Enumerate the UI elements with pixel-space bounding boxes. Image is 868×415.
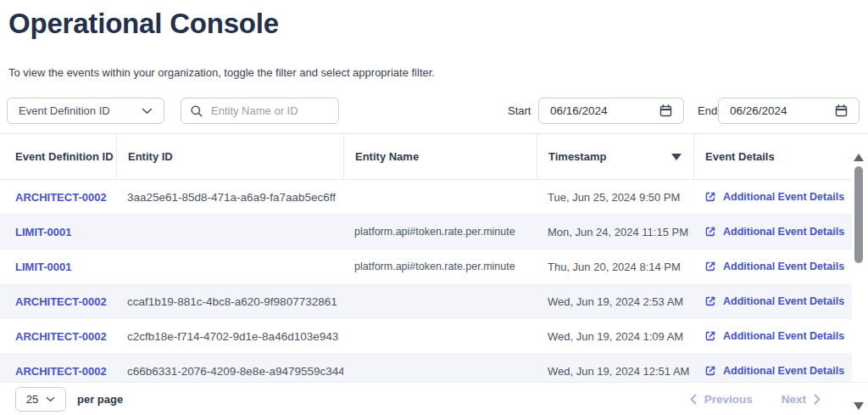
vertical-scrollbar[interactable] — [852, 151, 865, 412]
start-date-field[interactable] — [538, 98, 684, 124]
event-definition-id-link[interactable]: ARCHITECT-0002 — [0, 295, 116, 308]
entity-name-cell: platform.api#token.rate.per.minute — [343, 261, 537, 272]
external-link-icon — [704, 226, 716, 238]
next-page-label: Next — [782, 393, 806, 406]
external-link-icon — [704, 295, 716, 307]
event-definition-id-link[interactable]: ARCHITECT-0002 — [0, 365, 116, 378]
column-header-entity-name: Entity Name — [343, 134, 537, 179]
chevron-down-icon — [46, 396, 55, 402]
table-row: ARCHITECT-0002 3aa25e61-85d8-471a-a6a9-f… — [0, 180, 852, 215]
additional-event-details-link[interactable]: Additional Event Details — [693, 261, 852, 272]
start-date-input[interactable] — [550, 104, 626, 117]
entity-id-cell: c66b6331-2076-4209-8e8e-a9479559c344 — [116, 365, 343, 378]
timestamp-cell: Wed, Jun 19, 2024 2:53 AM — [537, 295, 693, 308]
search-icon — [190, 104, 203, 118]
scroll-up-icon[interactable] — [854, 154, 864, 161]
next-page-button[interactable]: Next — [782, 393, 821, 406]
end-date-input[interactable] — [730, 104, 806, 117]
entity-search-box — [181, 98, 339, 124]
entity-id-cell: 3aa25e61-85d8-471a-a6a9-fa7aab5ec6ff — [116, 191, 343, 204]
timestamp-cell: Wed, Jun 19, 2024 12:51 AM — [537, 365, 693, 378]
additional-event-details-link[interactable]: Additional Event Details — [693, 191, 852, 203]
event-definition-id-link[interactable]: ARCHITECT-0002 — [0, 330, 116, 343]
event-definition-id-link[interactable]: LIMIT-0001 — [0, 226, 116, 238]
column-header-timestamp[interactable]: Timestamp — [537, 134, 693, 179]
table-row: ARCHITECT-0002 c2cfb18e-f714-4702-9d1e-8… — [0, 319, 852, 354]
additional-event-details-link[interactable]: Additional Event Details — [693, 330, 852, 342]
external-link-icon — [704, 191, 716, 203]
column-header-entity-id: Entity ID — [116, 134, 343, 179]
page-title: Operational Console — [8, 8, 279, 40]
table-body: ARCHITECT-0002 3aa25e61-85d8-471a-a6a9-f… — [0, 180, 852, 383]
external-link-icon — [704, 365, 716, 377]
timestamp-cell: Tue, Jun 25, 2024 9:50 PM — [537, 191, 693, 204]
external-link-icon — [704, 261, 716, 272]
additional-event-details-label: Additional Event Details — [723, 295, 844, 307]
table-footer: 25 per page Previous Next — [0, 382, 868, 415]
additional-event-details-label: Additional Event Details — [723, 191, 844, 203]
event-definition-filter-value: Event Definition ID — [19, 104, 110, 117]
column-header-timestamp-label: Timestamp — [548, 150, 606, 163]
filter-bar: Event Definition ID Start End — [0, 98, 868, 124]
entity-name-cell: platform.api#token.rate.per.minute — [343, 226, 537, 238]
event-definition-filter-dropdown[interactable]: Event Definition ID — [7, 98, 164, 124]
page-size-value: 25 — [26, 393, 38, 406]
entity-search-input[interactable] — [211, 104, 321, 117]
chevron-down-icon — [142, 108, 153, 115]
column-header-event-details: Event Details — [693, 134, 852, 179]
timestamp-cell: Wed, Jun 19, 2024 1:09 AM — [537, 330, 693, 343]
start-date-label: Start — [508, 104, 531, 117]
scroll-down-icon[interactable] — [854, 402, 864, 410]
per-page-label: per page — [77, 393, 123, 406]
page-description: To view the events within your organizat… — [8, 66, 435, 79]
additional-event-details-label: Additional Event Details — [723, 261, 844, 272]
previous-page-label: Previous — [704, 393, 753, 406]
event-definition-id-link[interactable]: LIMIT-0001 — [0, 261, 116, 273]
additional-event-details-label: Additional Event Details — [723, 330, 844, 342]
sort-descending-icon[interactable] — [671, 154, 682, 160]
events-table: Event Definition ID Entity ID Entity Nam… — [0, 133, 868, 383]
previous-page-button[interactable]: Previous — [690, 393, 753, 406]
additional-event-details-link[interactable]: Additional Event Details — [693, 295, 852, 307]
end-date-label: End — [698, 104, 717, 117]
event-definition-id-link[interactable]: ARCHITECT-0002 — [0, 191, 116, 204]
calendar-icon[interactable] — [834, 104, 849, 118]
additional-event-details-link[interactable]: Additional Event Details — [693, 226, 852, 238]
chevron-left-icon — [690, 394, 697, 405]
chevron-right-icon — [814, 394, 821, 405]
additional-event-details-label: Additional Event Details — [723, 365, 844, 377]
scrollbar-thumb[interactable] — [854, 166, 863, 263]
timestamp-cell: Mon, Jun 24, 2024 11:15 PM — [537, 226, 693, 238]
additional-event-details-label: Additional Event Details — [723, 226, 844, 238]
table-row: LIMIT-0001 platform.api#token.rate.per.m… — [0, 215, 852, 250]
table-row: ARCHITECT-0002 ccaf1b19-881c-4bc8-a620-9… — [0, 284, 852, 319]
table-row: LIMIT-0001 platform.api#token.rate.per.m… — [0, 250, 852, 284]
entity-id-cell: c2cfb18e-f714-4702-9d1e-8a46d103e943 — [116, 330, 343, 343]
page-size-select[interactable]: 25 — [15, 387, 66, 412]
external-link-icon — [704, 330, 716, 342]
additional-event-details-link[interactable]: Additional Event Details — [693, 365, 852, 377]
calendar-icon[interactable] — [659, 104, 673, 118]
table-header-row: Event Definition ID Entity ID Entity Nam… — [0, 134, 852, 180]
entity-id-cell: ccaf1b19-881c-4bc8-a620-9f9807732861 — [116, 295, 343, 308]
pagination-controls: Previous Next — [690, 393, 821, 406]
column-header-event-definition-id: Event Definition ID — [0, 134, 116, 179]
table-row: ARCHITECT-0002 c66b6331-2076-4209-8e8e-a… — [0, 354, 852, 383]
end-date-field[interactable] — [718, 98, 860, 124]
timestamp-cell: Thu, Jun 20, 2024 8:14 PM — [537, 261, 693, 273]
